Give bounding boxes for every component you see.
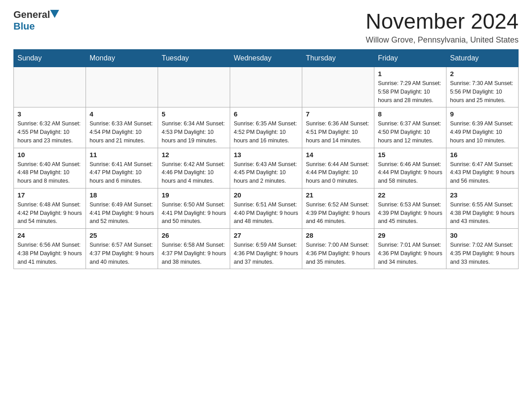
day-number: 9 — [450, 110, 515, 118]
calendar-day-cell: 18Sunrise: 6:49 AM Sunset: 4:41 PM Dayli… — [86, 188, 158, 228]
day-info: Sunrise: 6:44 AM Sunset: 4:44 PM Dayligh… — [306, 160, 370, 185]
day-info: Sunrise: 6:43 AM Sunset: 4:45 PM Dayligh… — [234, 160, 298, 185]
calendar-day-cell: 26Sunrise: 6:58 AM Sunset: 4:37 PM Dayli… — [158, 229, 230, 269]
calendar-week-row: 24Sunrise: 6:56 AM Sunset: 4:38 PM Dayli… — [14, 229, 519, 269]
calendar-day-cell: 19Sunrise: 6:50 AM Sunset: 4:41 PM Dayli… — [158, 188, 230, 228]
calendar-day-cell: 30Sunrise: 7:02 AM Sunset: 4:35 PM Dayli… — [446, 229, 519, 269]
day-info: Sunrise: 6:34 AM Sunset: 4:53 PM Dayligh… — [162, 120, 226, 145]
calendar-day-cell: 29Sunrise: 7:01 AM Sunset: 4:36 PM Dayli… — [374, 229, 446, 269]
calendar-day-cell — [230, 67, 302, 107]
day-info: Sunrise: 6:47 AM Sunset: 4:43 PM Dayligh… — [450, 160, 515, 185]
day-info: Sunrise: 6:58 AM Sunset: 4:37 PM Dayligh… — [162, 241, 226, 266]
day-number: 14 — [306, 151, 370, 158]
day-number: 3 — [17, 110, 82, 118]
day-number: 21 — [306, 191, 370, 199]
day-number: 13 — [234, 151, 298, 158]
day-number: 6 — [234, 110, 298, 118]
day-number: 24 — [17, 231, 82, 239]
calendar-day-header: Saturday — [446, 50, 519, 67]
calendar-day-header: Thursday — [302, 50, 374, 67]
day-info: Sunrise: 6:42 AM Sunset: 4:46 PM Dayligh… — [162, 160, 226, 185]
day-number: 25 — [90, 231, 154, 239]
calendar-day-cell — [14, 67, 86, 107]
day-info: Sunrise: 7:02 AM Sunset: 4:35 PM Dayligh… — [450, 241, 515, 266]
day-info: Sunrise: 7:29 AM Sunset: 5:58 PM Dayligh… — [378, 79, 442, 104]
calendar-day-cell: 12Sunrise: 6:42 AM Sunset: 4:46 PM Dayli… — [158, 148, 230, 188]
calendar-day-cell: 6Sunrise: 6:35 AM Sunset: 4:52 PM Daylig… — [230, 107, 302, 148]
day-info: Sunrise: 6:46 AM Sunset: 4:44 PM Dayligh… — [378, 160, 442, 185]
calendar-day-cell: 7Sunrise: 6:36 AM Sunset: 4:51 PM Daylig… — [302, 107, 374, 148]
calendar-day-header: Wednesday — [230, 50, 302, 67]
day-number: 1 — [378, 70, 442, 77]
calendar-day-cell: 8Sunrise: 6:37 AM Sunset: 4:50 PM Daylig… — [374, 107, 446, 148]
day-info: Sunrise: 6:37 AM Sunset: 4:50 PM Dayligh… — [378, 120, 442, 145]
day-info: Sunrise: 6:50 AM Sunset: 4:41 PM Dayligh… — [162, 201, 226, 226]
location-subtitle: Willow Grove, Pennsylvania, United State… — [365, 35, 519, 45]
month-year-title: November 2024 — [365, 9, 519, 34]
calendar-table: SundayMondayTuesdayWednesdayThursdayFrid… — [13, 49, 519, 269]
page-header: General Blue November 2024 Willow Grove,… — [13, 9, 519, 45]
day-info: Sunrise: 6:55 AM Sunset: 4:38 PM Dayligh… — [450, 201, 515, 226]
day-number: 18 — [90, 191, 154, 199]
calendar-day-cell: 9Sunrise: 6:39 AM Sunset: 4:49 PM Daylig… — [446, 107, 519, 148]
day-number: 19 — [162, 191, 226, 199]
calendar-day-cell: 13Sunrise: 6:43 AM Sunset: 4:45 PM Dayli… — [230, 148, 302, 188]
day-number: 30 — [450, 231, 515, 239]
calendar-day-cell: 5Sunrise: 6:34 AM Sunset: 4:53 PM Daylig… — [158, 107, 230, 148]
day-number: 17 — [17, 191, 82, 199]
logo: General Blue — [13, 9, 60, 32]
day-info: Sunrise: 6:56 AM Sunset: 4:38 PM Dayligh… — [17, 241, 82, 266]
calendar-day-cell: 21Sunrise: 6:52 AM Sunset: 4:39 PM Dayli… — [302, 188, 374, 228]
day-info: Sunrise: 6:57 AM Sunset: 4:37 PM Dayligh… — [90, 241, 154, 266]
day-info: Sunrise: 6:39 AM Sunset: 4:49 PM Dayligh… — [450, 120, 515, 145]
calendar-day-header: Tuesday — [158, 50, 230, 67]
calendar-day-cell — [302, 67, 374, 107]
calendar-week-row: 10Sunrise: 6:40 AM Sunset: 4:48 PM Dayli… — [14, 148, 519, 188]
calendar-day-cell: 2Sunrise: 7:30 AM Sunset: 5:56 PM Daylig… — [446, 67, 519, 107]
day-info: Sunrise: 6:49 AM Sunset: 4:41 PM Dayligh… — [90, 201, 154, 226]
day-number: 5 — [162, 110, 226, 118]
calendar-day-cell: 14Sunrise: 6:44 AM Sunset: 4:44 PM Dayli… — [302, 148, 374, 188]
day-info: Sunrise: 6:41 AM Sunset: 4:47 PM Dayligh… — [90, 160, 154, 185]
calendar-week-row: 17Sunrise: 6:48 AM Sunset: 4:42 PM Dayli… — [14, 188, 519, 228]
calendar-day-header: Friday — [374, 50, 446, 67]
calendar-day-cell: 23Sunrise: 6:55 AM Sunset: 4:38 PM Dayli… — [446, 188, 519, 228]
calendar-header-row: SundayMondayTuesdayWednesdayThursdayFrid… — [14, 50, 519, 67]
day-info: Sunrise: 7:01 AM Sunset: 4:36 PM Dayligh… — [378, 241, 442, 266]
day-number: 27 — [234, 231, 298, 239]
calendar-day-cell: 10Sunrise: 6:40 AM Sunset: 4:48 PM Dayli… — [14, 148, 86, 188]
calendar-day-cell: 15Sunrise: 6:46 AM Sunset: 4:44 PM Dayli… — [374, 148, 446, 188]
day-number: 11 — [90, 151, 154, 158]
calendar-week-row: 3Sunrise: 6:32 AM Sunset: 4:55 PM Daylig… — [14, 107, 519, 148]
day-number: 16 — [450, 151, 515, 158]
title-section: November 2024 Willow Grove, Pennsylvania… — [365, 9, 519, 45]
calendar-week-row: 1Sunrise: 7:29 AM Sunset: 5:58 PM Daylig… — [14, 67, 519, 107]
calendar-day-cell: 25Sunrise: 6:57 AM Sunset: 4:37 PM Dayli… — [86, 229, 158, 269]
day-info: Sunrise: 6:53 AM Sunset: 4:39 PM Dayligh… — [378, 201, 442, 226]
day-info: Sunrise: 6:52 AM Sunset: 4:39 PM Dayligh… — [306, 201, 370, 226]
day-info: Sunrise: 6:33 AM Sunset: 4:54 PM Dayligh… — [90, 120, 154, 145]
logo-blue-text: Blue — [13, 21, 35, 32]
calendar-day-cell — [86, 67, 158, 107]
day-number: 29 — [378, 231, 442, 239]
day-info: Sunrise: 6:36 AM Sunset: 4:51 PM Dayligh… — [306, 120, 370, 145]
logo-general-text: General — [13, 9, 50, 21]
calendar-day-cell: 20Sunrise: 6:51 AM Sunset: 4:40 PM Dayli… — [230, 188, 302, 228]
day-number: 28 — [306, 231, 370, 239]
day-info: Sunrise: 6:59 AM Sunset: 4:36 PM Dayligh… — [234, 241, 298, 266]
svg-marker-0 — [50, 10, 59, 18]
day-info: Sunrise: 7:30 AM Sunset: 5:56 PM Dayligh… — [450, 79, 515, 104]
calendar-day-cell: 1Sunrise: 7:29 AM Sunset: 5:58 PM Daylig… — [374, 67, 446, 107]
day-number: 4 — [90, 110, 154, 118]
day-number: 12 — [162, 151, 226, 158]
calendar-day-cell: 4Sunrise: 6:33 AM Sunset: 4:54 PM Daylig… — [86, 107, 158, 148]
day-info: Sunrise: 6:51 AM Sunset: 4:40 PM Dayligh… — [234, 201, 298, 226]
day-number: 10 — [17, 151, 82, 158]
day-number: 2 — [450, 70, 515, 77]
day-info: Sunrise: 6:32 AM Sunset: 4:55 PM Dayligh… — [17, 120, 82, 145]
logo-arrow-icon — [50, 10, 59, 20]
day-info: Sunrise: 7:00 AM Sunset: 4:36 PM Dayligh… — [306, 241, 370, 266]
calendar-day-cell: 16Sunrise: 6:47 AM Sunset: 4:43 PM Dayli… — [446, 148, 519, 188]
day-number: 26 — [162, 231, 226, 239]
day-info: Sunrise: 6:48 AM Sunset: 4:42 PM Dayligh… — [17, 201, 82, 226]
